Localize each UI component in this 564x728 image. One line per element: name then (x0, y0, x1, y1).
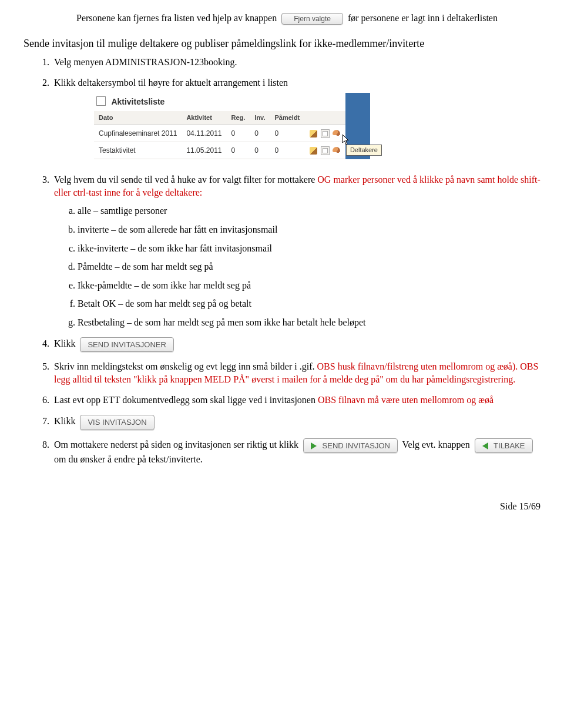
intro-paragraph: Personene kan fjernes fra listen ved hje… (76, 12, 517, 25)
sub-b: inviterte – de som allerede har fått en … (78, 223, 540, 236)
step-8-text-a: Om mottakere nederst på siden og invitas… (54, 440, 301, 449)
step-4: Klikk SEND INVITASJONER (52, 337, 540, 353)
tilbake-button[interactable]: TILBAKE (475, 438, 533, 454)
vis-invitasjon-button[interactable]: VIS INVITASJON (80, 415, 154, 430)
cell-date: 04.11.2011 (182, 125, 226, 142)
step-1-text: Velg menyen ADMINISTRASJON-123booking. (54, 57, 237, 67)
edit-icon[interactable] (310, 130, 317, 137)
sub-g: Restbetaling – de som har meldt seg på m… (78, 316, 540, 329)
step-7-text: Klikk (54, 416, 78, 426)
step-8-text-c: om du ønsker å endre på tekst/inviterte. (54, 454, 203, 464)
send-invitasjon-label: SEND INVITASJON (323, 441, 390, 450)
sub-f: Betalt OK – de som har meldt seg på og b… (78, 297, 540, 310)
vis-invitasjon-label: VIS INVITASJON (88, 418, 146, 427)
step-8-text-b: Velg evt. knappen (402, 440, 472, 449)
copy-icon[interactable] (321, 129, 330, 138)
cell-reg: 0 (226, 142, 250, 159)
edit-icon[interactable] (310, 147, 317, 155)
steps-list: Velg menyen ADMINISTRASJON-123booking. K… (52, 56, 540, 466)
cursor-icon (342, 134, 349, 145)
step-3-text-a: Velg hvem du vil sende til ved å huke av… (54, 175, 317, 184)
col-reg: Reg. (226, 111, 250, 125)
step-5: Skriv inn meldingstekst om ønskelig og e… (52, 360, 540, 385)
col-pameldt: Påmeldt (270, 111, 304, 125)
sub-c: ikke-inviterte – de som ikke har fått in… (78, 242, 540, 255)
fjern-valgte-button[interactable]: Fjern valgte (281, 13, 343, 25)
deltakere-tooltip: Deltakere (346, 145, 382, 156)
deltakere-icon[interactable] (333, 130, 340, 137)
cell-name: Cupfinaleseminaret 2011 (94, 125, 182, 142)
fjern-valgte-label: Fjern valgte (294, 15, 331, 23)
step-8: Om mottakere nederst på siden og invitas… (52, 438, 540, 466)
intro-text-2: før personene er lagt inn i deltakerlist… (348, 13, 498, 23)
cell-pam: 0 (270, 125, 304, 142)
col-inv: Inv. (250, 111, 270, 125)
cell-pam: 0 (270, 142, 304, 159)
send-invitasjoner-label: SEND INVITASJONER (88, 340, 166, 349)
intro-text-1: Personene kan fjernes fra listen ved hje… (76, 13, 279, 23)
cell-inv: 0 (250, 142, 270, 159)
sub-d: Påmeldte – de som har meldt seg på (78, 260, 540, 273)
cell-name: Testaktivitet (94, 142, 182, 159)
step-6-text-b: OBS filnavn må være uten mellomrom og æø… (318, 395, 494, 405)
cell-reg: 0 (226, 125, 250, 142)
step-3: Velg hvem du vil sende til ved å huke av… (52, 173, 540, 328)
page-footer: Side 15/69 (24, 501, 540, 512)
aktivitetsliste-title: Aktivitetsliste (94, 93, 345, 111)
step-4-text: Klikk (54, 338, 78, 348)
col-dato: Dato (94, 111, 182, 125)
aktivitetsliste-screenshot: Aktivitetsliste Dato Aktivitet Reg. Inv.… (94, 93, 345, 159)
sub-a: alle – samtlige personer (78, 204, 540, 217)
tilbake-label: TILBAKE (494, 441, 525, 450)
step-1: Velg menyen ADMINISTRASJON-123booking. (52, 56, 540, 69)
copy-icon[interactable] (321, 146, 330, 155)
send-invitasjon-button[interactable]: SEND INVITASJON (303, 438, 398, 454)
col-aktivitet: Aktivitet (182, 111, 226, 125)
sub-e: Ikke-påmeldte – de som ikke har meldt se… (78, 279, 540, 292)
cell-inv: 0 (250, 125, 270, 142)
step-2-text: Klikk deltakersymbol til høyre for aktue… (54, 78, 288, 88)
step-5-text-a: Skriv inn meldingstekst om ønskelig og e… (54, 361, 317, 371)
cell-date: 11.05.2011 (182, 142, 226, 159)
table-row: Testaktivitet 11.05.2011 0 0 0 (94, 142, 345, 159)
aktivitetsliste-title-text: Aktivitetsliste (111, 97, 164, 106)
step-7: Klikk VIS INVITASJON (52, 415, 540, 430)
document-icon (96, 96, 106, 106)
row-actions (304, 125, 345, 142)
table-row: Cupfinaleseminaret 2011 04.11.2011 0 0 0 (94, 125, 345, 142)
step-3-sublist: alle – samtlige personer inviterte – de … (78, 204, 540, 328)
send-invitasjoner-button[interactable]: SEND INVITASJONER (80, 337, 173, 353)
col-actions (304, 111, 345, 125)
row-actions (304, 142, 345, 159)
aktivitetsliste-table: Dato Aktivitet Reg. Inv. Påmeldt Cupfina… (94, 111, 345, 160)
step-2: Klikk deltakersymbol til høyre for aktue… (52, 76, 540, 165)
step-6: Last evt opp ETT dokumentvedlegg som ska… (52, 394, 540, 407)
deltakere-icon[interactable] (333, 147, 340, 155)
step-6-text-a: Last evt opp ETT dokumentvedlegg som ska… (54, 395, 318, 405)
section-heading: Sende invitasjon til mulige deltakere og… (24, 36, 540, 51)
